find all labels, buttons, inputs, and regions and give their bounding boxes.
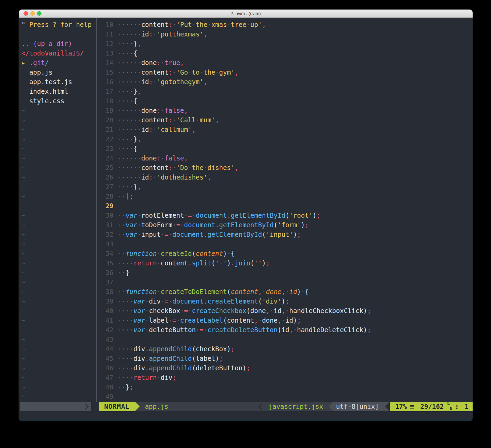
code-line-33[interactable]: 33 [97,239,473,249]
line-number: 35 [97,258,113,268]
code-text: ····var·deleteButton·=·createDeleteButto… [118,325,371,335]
code-line-47[interactable]: 47····return·div; [97,373,473,382]
line-number: 10 [97,20,113,29]
code-line-48[interactable]: 48··}; [97,382,473,392]
tree-item-up-dir[interactable]: .. (up a dir) [20,39,96,48]
code-text: ····div.appendChild(label); [118,354,223,363]
code-text: ····}, [118,87,141,96]
code-line-36[interactable]: 36··} [97,268,473,277]
line-number: 18 [97,96,113,106]
code-text: ····{ [118,48,137,58]
code-line-46[interactable]: 46····div.appendChild(deleteButton); [97,363,473,373]
code-line-21[interactable]: 21······id:·'callmum', [97,125,473,134]
empty-buffer-tilde: ~ [20,287,96,296]
code-line-43[interactable]: 43 [97,335,473,344]
tree-item-app-js[interactable]: app.js [20,67,96,77]
chevron-right-icon [82,403,89,410]
code-line-32[interactable]: 32··var·input·=·document.getElementById(… [97,230,473,239]
line-number: 43 [97,335,113,344]
line-number: 27 [97,182,113,191]
empty-buffer-tilde: ~ [20,325,96,335]
code-text: ····}, [118,134,141,144]
tree-root[interactable]: </todoVanillaJS/ [20,48,96,58]
line-number: 15 [97,67,113,77]
current-line-number: 29 [97,201,113,211]
line-number: 14 [97,58,113,67]
code-line-40[interactable]: 40····var·checkBox·=·createCheckbox(done… [97,306,473,315]
line-number: 26 [97,172,113,182]
code-line-15[interactable]: 15······content:·'Go·to·the·gym', [97,67,473,77]
code-line-45[interactable]: 45····div.appendChild(label); [97,354,473,363]
code-line-29[interactable]: 29 [97,201,473,211]
tree-blank [20,29,96,39]
statusbar-encoding: utf-8[unix] [333,402,385,411]
line-number: 23 [97,144,113,153]
code-line-44[interactable]: 44····div.appendChild(checkBox); [97,344,473,354]
code-line-24[interactable]: 24······done:·false, [97,153,473,163]
tree-item-git-dir[interactable]: ▸ .git/ [20,58,96,67]
code-text: ······content:·'Do·the·dishes', [118,163,239,172]
empty-buffer-tilde: ~ [20,382,96,392]
code-text: ······done:·false, [118,106,188,115]
code-line-19[interactable]: 19······done:·false, [97,106,473,115]
code-line-26[interactable]: 26······id:·'dothedishes', [97,172,473,182]
lines-icon: ≡ [410,402,414,411]
empty-buffer-tilde: ~ [20,191,96,201]
code-text: ····}, [118,39,141,48]
code-line-49[interactable]: 49 [97,392,473,401]
empty-buffer-tilde: ~ [20,182,96,191]
code-line-18[interactable]: 18····{ [97,96,473,106]
code-line-13[interactable]: 13····{ [97,48,473,58]
code-line-27[interactable]: 27····}, [97,182,473,191]
tree-item-style-css[interactable]: style.css [20,96,96,106]
line-number: 25 [97,163,113,172]
tree-item-app-test-js[interactable]: app.test.js [20,77,96,87]
code-text: ······id:·'gotothegym', [118,77,207,87]
code-text: ··function·createToDoElement(content,·do… [118,287,309,296]
code-line-35[interactable]: 35····return·content.split('·').join('')… [97,258,473,268]
code-line-17[interactable]: 17····}, [97,87,473,96]
scroll-percent: 17% [395,402,407,411]
code-line-25[interactable]: 25······content:·'Do·the·dishes', [97,163,473,172]
code-text: ······done:·false, [118,153,188,163]
code-line-23[interactable]: 23····{ [97,144,473,153]
code-line-12[interactable]: 12····}, [97,39,473,48]
line-position: 29/162 [420,402,444,411]
code-line-38[interactable]: 38··function·createToDoElement(content,·… [97,287,473,296]
code-text: ··function·createId(content)·{ [118,249,235,258]
empty-buffer-tilde: ~ [20,144,96,153]
command-line[interactable] [20,411,473,420]
empty-buffer-tilde: ~ [20,220,96,230]
code-line-16[interactable]: 16······id:·'gotothegym', [97,77,473,87]
code-line-37[interactable]: 37 [97,277,473,287]
code-line-42[interactable]: 42····var·deleteButton·=·createDeleteBut… [97,325,473,335]
powerline-arrow-right-icon [135,402,140,411]
line-number: 13 [97,48,113,58]
code-text: ····var·div·=·document.createElement('di… [118,296,289,306]
code-line-31[interactable]: 31··var·toDoForm·=·document.getElementBy… [97,220,473,230]
statusbar-gap [91,402,99,411]
code-line-10[interactable]: 10······content:·'Put·the·xmas·tree·up', [97,20,473,29]
line-number: 21 [97,125,113,134]
empty-buffer-tilde: ~ [20,249,96,258]
code-line-39[interactable]: 39····var·div·=·document.createElement('… [97,296,473,306]
tree-item-index-html[interactable]: index.html [20,87,96,96]
code-line-41[interactable]: 41····var·label·=·createLabel(content,·d… [97,315,473,325]
empty-buffer-tilde: ~ [20,125,96,134]
powerline-arrow-left-icon [329,402,333,411]
line-number-icon: LN [447,402,452,411]
code-line-30[interactable]: 30··var·rootElement·=·document.getElemen… [97,211,473,220]
code-line-20[interactable]: 20······content:·'Call·mum', [97,115,473,125]
window-titlebar[interactable]: 2. nvim . (nvim) [19,10,473,18]
line-number: 49 [97,392,113,401]
code-area[interactable]: 10······content:·'Put·the·xmas·tree·up',… [97,20,473,401]
code-line-22[interactable]: 22····}, [97,134,473,144]
statusbar-position-segment: 17% ≡ 29/162 LN : 1 [390,402,473,411]
code-line-11[interactable]: 11······id:·'putthexmas', [97,29,473,39]
line-number: 37 [97,277,113,287]
code-line-28[interactable]: 28··]; [97,191,473,201]
code-line-14[interactable]: 14······done:·true, [97,58,473,67]
code-line-34[interactable]: 34··function·createId(content)·{ [97,249,473,258]
nerdtree-sidebar[interactable]: " Press ? for help.. (up a dir)</todoVan… [20,20,96,401]
empty-buffer-tilde: ~ [20,277,96,287]
